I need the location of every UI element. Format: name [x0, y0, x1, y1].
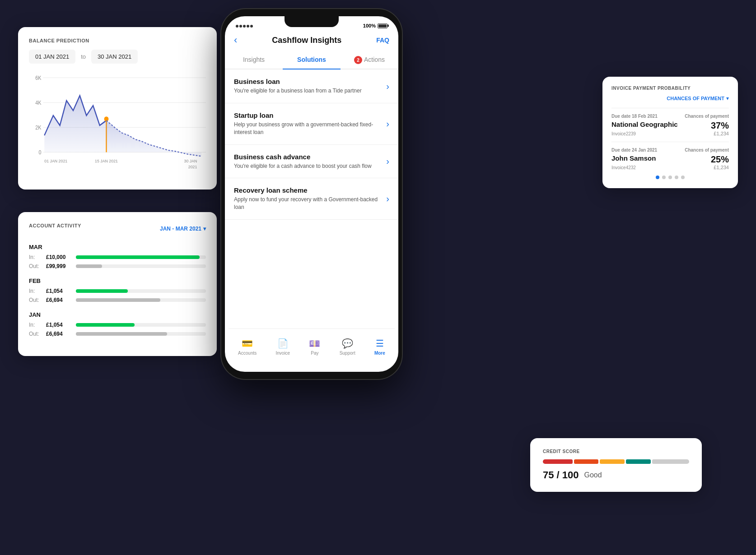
nav-accounts[interactable]: 💳 Accounts — [238, 338, 257, 356]
chances-prefix-0: Chances of payment — [685, 114, 729, 119]
svg-text:6K: 6K — [35, 75, 42, 81]
account-activity-card: ACCOUNT ACTIVITY JAN - MAR 2021 ▾ MAR In… — [18, 212, 217, 356]
chances-chevron-icon: ▾ — [726, 95, 729, 102]
out-label: Out: — [29, 263, 42, 269]
out-label-feb: Out: — [29, 297, 42, 303]
jan-in-row: In: £1,054 — [29, 322, 206, 328]
battery-percent: 100% — [363, 23, 376, 28]
jan-in-amount: £1,054 — [46, 322, 71, 328]
dot-1 — [662, 176, 666, 179]
solution-recovery-loan[interactable]: Recovery loan scheme Apply now to fund y… — [225, 178, 398, 220]
tab-insights[interactable]: Insights — [225, 51, 283, 69]
jan-out-row: Out: £6,694 — [29, 331, 206, 337]
invoice-ref-1: Invoice4232 — [611, 165, 636, 170]
svg-text:4K: 4K — [35, 100, 42, 106]
svg-text:2K: 2K — [35, 125, 42, 130]
signal-dots — [236, 23, 254, 29]
chevron-right-icon-2: › — [386, 156, 389, 166]
jan-in-bar-container — [76, 323, 206, 327]
phone-screen: 100% ‹ Cashflow Insights FAQ Insights So… — [225, 16, 398, 372]
solution-title-2: Business cash advance — [234, 153, 382, 161]
solution-desc-2: You're eligible for a cash advance to bo… — [234, 162, 382, 170]
solutions-list: Business loan You're eligible for a busi… — [225, 69, 398, 317]
feb-in-amount: £1,054 — [46, 288, 71, 294]
credit-bar — [543, 459, 689, 464]
invoice-payment-card: INVOICE PAYMENT PROBABILITY CHANCES OF P… — [602, 77, 738, 188]
invoice-sub-0: Invoice2239 £1,234 — [611, 131, 729, 136]
invoice-name-1: John Samson — [611, 154, 656, 162]
chances-prefix-1: Chances of payment — [685, 148, 729, 153]
app-title: Cashflow Insights — [272, 36, 341, 45]
mar-out-row: Out: £99,999 — [29, 263, 206, 269]
invoice-main-1: John Samson 25% — [611, 154, 729, 165]
dot-0 — [656, 176, 659, 179]
solution-startup-loan[interactable]: Startup loan Help your business grow wit… — [225, 103, 398, 145]
back-button[interactable]: ‹ — [234, 34, 237, 46]
pay-icon: 💷 — [309, 338, 320, 349]
dot-indicators — [611, 176, 729, 179]
solution-content-1: Startup loan Help your business grow wit… — [234, 111, 382, 136]
solution-cash-advance[interactable]: Business cash advance You're eligible fo… — [225, 145, 398, 179]
nav-pay-label: Pay — [311, 351, 318, 356]
nav-pay[interactable]: 💷 Pay — [309, 338, 320, 356]
support-icon: 💬 — [342, 338, 353, 349]
dot-2 — [668, 176, 672, 179]
period-dropdown[interactable]: JAN - MAR 2021 ▾ — [160, 226, 206, 232]
solution-content-2: Business cash advance You're eligible fo… — [234, 153, 382, 170]
mar-out-bar-container — [76, 264, 206, 268]
in-label: In: — [29, 254, 42, 260]
nav-invoice-label: Invoice — [275, 351, 290, 356]
credit-card-title: CREDIT SCORE — [543, 449, 689, 454]
balance-card-title: BALANCE PREDICTION — [29, 38, 206, 43]
date-from[interactable]: 01 JAN 2021 — [29, 50, 75, 64]
in-label-jan: In: — [29, 322, 42, 328]
phone-frame: 100% ‹ Cashflow Insights FAQ Insights So… — [221, 9, 402, 379]
credit-seg-3 — [626, 459, 651, 464]
svg-marker-11 — [107, 120, 202, 156]
credit-score-card: CREDIT SCORE 75 / 100 Good — [530, 438, 702, 492]
due-date-0: 18 Feb 2021 — [632, 114, 658, 119]
invoice-card-title: INVOICE PAYMENT PROBABILITY — [611, 86, 729, 91]
feb-in-bar — [76, 289, 128, 293]
actions-badge: 2 — [354, 56, 362, 64]
mar-in-amount: £10,000 — [46, 254, 71, 260]
solution-desc-3: Apply now to fund your recovery with a G… — [234, 196, 382, 211]
nav-support[interactable]: 💬 Support — [340, 338, 355, 356]
invoice-due-0: Due date 18 Feb 2021 Chances of payment — [611, 114, 729, 119]
date-to[interactable]: 30 JAN 2021 — [91, 50, 138, 64]
chevron-right-icon-1: › — [386, 119, 389, 129]
month-mar-label: MAR — [29, 244, 206, 250]
invoice-entry-0: Due date 18 Feb 2021 Chances of payment … — [611, 108, 729, 136]
month-jan: JAN In: £1,054 Out: £6,694 — [29, 311, 206, 337]
solution-content-3: Recovery loan scheme Apply now to fund y… — [234, 186, 382, 211]
solution-business-loan[interactable]: Business loan You're eligible for a busi… — [225, 69, 398, 103]
svg-text:0: 0 — [38, 149, 41, 155]
credit-seg-4 — [652, 459, 689, 464]
faq-link[interactable]: FAQ — [376, 37, 389, 44]
invoice-sub-1: Invoice4232 £1,234 — [611, 165, 729, 170]
nav-more[interactable]: ☰ More — [374, 338, 385, 356]
period-label: JAN - MAR 2021 — [160, 226, 201, 232]
battery-bar-icon — [378, 23, 387, 28]
nav-accounts-label: Accounts — [238, 351, 257, 356]
battery-indicator: 100% — [363, 23, 387, 28]
jan-out-amount: £6,694 — [46, 331, 71, 337]
in-label-feb: In: — [29, 288, 42, 294]
bottom-nav: 💳 Accounts 📄 Invoice 💷 Pay 💬 Support ☰ M… — [229, 328, 395, 365]
due-date-1: 24 Jan 2021 — [632, 148, 657, 153]
credit-score-label: Good — [584, 471, 602, 479]
balance-chart: 6K 4K 2K 0 01 JAN 2021 15 JAN 2021 30 — [29, 71, 206, 170]
svg-text:2021: 2021 — [188, 164, 197, 169]
mar-out-bar — [76, 264, 102, 268]
accounts-icon: 💳 — [242, 338, 253, 349]
solution-title-3: Recovery loan scheme — [234, 186, 382, 194]
month-mar: MAR In: £10,000 Out: £99,999 — [29, 244, 206, 269]
feb-out-bar — [76, 298, 160, 302]
jan-out-bar — [76, 332, 167, 336]
solution-content-0: Business loan You're eligible for a busi… — [234, 78, 382, 95]
tab-actions[interactable]: 2Actions — [341, 51, 398, 69]
month-feb: FEB In: £1,054 Out: £6,694 — [29, 278, 206, 303]
nav-invoice[interactable]: 📄 Invoice — [275, 338, 290, 356]
dropdown-arrow-icon: ▾ — [203, 226, 206, 232]
tab-solutions[interactable]: Solutions — [283, 51, 341, 69]
